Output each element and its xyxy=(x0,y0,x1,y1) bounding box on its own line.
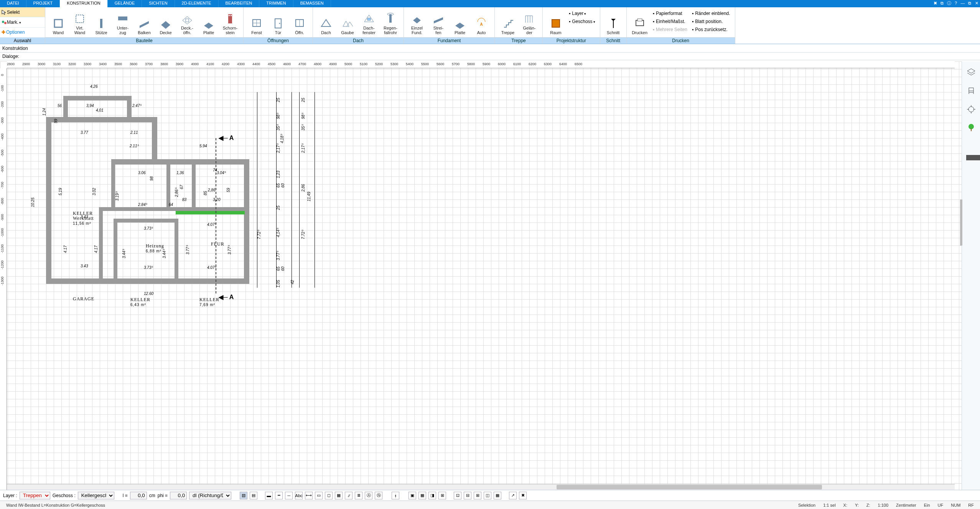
h-scrollbar[interactable] xyxy=(7,484,955,490)
zoom2-icon[interactable]: ⊟ xyxy=(464,492,471,499)
zoom1-icon[interactable]: ⊡ xyxy=(454,492,461,499)
ribbon-drucken-button[interactable]: Drucken xyxy=(629,9,651,35)
zoom3-icon[interactable]: ⊞ xyxy=(474,492,481,499)
chair-icon[interactable] xyxy=(965,85,977,97)
zoom4-icon[interactable]: ◫ xyxy=(484,492,491,499)
rect2-icon[interactable]: ◻ xyxy=(325,492,333,499)
a-icon[interactable]: Ⓐ xyxy=(365,492,372,499)
layers-icon[interactable] xyxy=(965,67,977,78)
ribbon-auto-button[interactable]: AAuto xyxy=(471,9,492,35)
ribbon-regenfallrohr-button[interactable]: Regen-fallrohr xyxy=(380,9,401,35)
lw-thick-icon[interactable]: ▬ xyxy=(265,492,273,499)
view3-icon[interactable]: ◨ xyxy=(428,492,436,499)
tab-projekt[interactable]: PROJEKT xyxy=(26,0,60,7)
cursor-icon[interactable]: ⍿ xyxy=(392,492,399,499)
optionen-button[interactable]: ✚ Optionen xyxy=(0,28,45,38)
tree-icon[interactable] xyxy=(965,122,977,133)
tab-bemassen[interactable]: BEMASSEN xyxy=(293,0,331,7)
parallel-icon[interactable]: ⫽ xyxy=(345,492,352,499)
tab-sichten[interactable]: SICHTEN xyxy=(142,0,175,7)
dimension: 2,17⁵ xyxy=(301,144,305,153)
restore-icon[interactable]: ⧉ xyxy=(966,0,973,7)
ruler-icon[interactable]: ▪Einheit/Maßst. xyxy=(653,18,687,25)
lw-med-icon[interactable]: ━ xyxy=(275,492,283,499)
snap-2-icon[interactable]: ▤ xyxy=(250,492,257,499)
ribbon-platte-button[interactable]: Platte xyxy=(198,9,219,35)
ribbon-fenst-button[interactable]: Fenst xyxy=(246,9,267,35)
selekt-button[interactable]: Selekt xyxy=(0,7,45,17)
v-scroll-indicator[interactable] xyxy=(960,199,962,245)
stack-icon[interactable]: ≣ xyxy=(355,492,362,499)
copy-icon[interactable]: ⧉ xyxy=(939,0,945,7)
ribbon-einzelfund-button[interactable]: EinzelFund. xyxy=(406,9,428,35)
layer-select[interactable]: Treppen xyxy=(20,492,50,499)
reset-icon[interactable]: ▪Pos zurücksetz. xyxy=(692,26,730,33)
rect-icon[interactable]: ▭ xyxy=(315,492,323,499)
close-view-icon[interactable]: ✖ xyxy=(519,492,527,499)
ribbon-raum-button[interactable]: Raum xyxy=(545,9,567,35)
mode-select[interactable]: dl (Richtung/Di xyxy=(189,492,231,499)
dim-icon[interactable]: ⟷ xyxy=(305,492,313,499)
ribbon-wand-button[interactable]: Wand xyxy=(48,9,69,35)
n-icon[interactable]: Ⓝ xyxy=(375,492,382,499)
view2-icon[interactable]: ▦ xyxy=(418,492,426,499)
tab-bearbeiten[interactable]: BEARBEITEN xyxy=(219,0,260,7)
hatch-icon[interactable]: ▦ xyxy=(335,492,343,499)
tab-konstruktion[interactable]: KONSTRUKTION xyxy=(60,0,107,7)
tab-gelaende[interactable]: GELÄNDE xyxy=(108,0,142,7)
help-icon[interactable]: ? xyxy=(952,0,959,7)
view-slider[interactable] xyxy=(966,155,980,160)
minimize-icon[interactable]: — xyxy=(959,0,966,7)
ribbon-deckffn-button[interactable]: Deck.-öffn. xyxy=(176,9,198,35)
tab-2d[interactable]: 2D-ELEMENTE xyxy=(175,0,219,7)
close-icon[interactable]: ✕ xyxy=(973,0,980,7)
ribbon-virtwand-button[interactable]: Virt.Wand xyxy=(69,9,91,35)
selected-wall[interactable] xyxy=(176,211,245,214)
text-icon[interactable]: Abc xyxy=(295,492,303,499)
dimension: 4.17 xyxy=(63,245,68,253)
layers-icon[interactable]: ▪Layer xyxy=(569,10,595,17)
ribbon-schnitt-button[interactable]: Schnitt xyxy=(603,9,624,35)
tools-icon[interactable]: ✖ xyxy=(932,0,939,7)
arrow-icon[interactable]: ➚ xyxy=(509,492,517,499)
ribbon-decke-button[interactable]: Decke xyxy=(155,9,176,35)
l-input[interactable] xyxy=(130,492,147,499)
ribbon-platte-button[interactable]: Platte xyxy=(449,9,471,35)
ribbon-sttze-button[interactable]: Stütze xyxy=(91,9,112,35)
dimension: 64 xyxy=(169,203,173,207)
mark-dropdown[interactable]: Mark. xyxy=(0,17,45,27)
lw-thin-icon[interactable]: ─ xyxy=(285,492,293,499)
target-icon[interactable] xyxy=(965,104,977,115)
grid-icon[interactable]: ▪Mehrere Seiten xyxy=(653,26,687,33)
sheetpos-icon[interactable]: ▪Blatt position. xyxy=(692,18,730,25)
ribbon-gaube-button[interactable]: Gaube xyxy=(337,9,358,35)
ribbon-caption: Deck.-öffn. xyxy=(181,26,193,35)
context-tab[interactable]: Konstruktion xyxy=(0,44,980,53)
view1-icon[interactable]: ▣ xyxy=(408,492,416,499)
ribbon-ffn-button[interactable]: Öffn. xyxy=(289,9,310,35)
snap-1-icon[interactable]: ▧ xyxy=(240,492,247,499)
group-schnitt: Schnitt Schnitt xyxy=(600,7,627,44)
ribbon-dach-button[interactable]: Dach xyxy=(315,9,337,35)
geschoss-select[interactable]: Kellergesch xyxy=(78,492,114,499)
margins-icon[interactable]: ▪Ränder einblend. xyxy=(692,10,730,17)
info-icon[interactable]: ⓘ xyxy=(945,0,952,7)
ribbon-dachfenster-button[interactable]: Dach-fenster xyxy=(358,9,380,35)
ribbon-gelnder-button[interactable]: Gelän-der xyxy=(519,9,540,35)
phi-input[interactable] xyxy=(170,492,187,499)
ribbon-tr-button[interactable]: Tür xyxy=(267,9,289,35)
ruler-horizontal[interactable]: 2800290030003100320033003400350036003700… xyxy=(7,61,955,68)
house-icon[interactable]: ▪Geschoss xyxy=(569,18,595,25)
ribbon-unterzug-button[interactable]: Unter-zug xyxy=(112,9,133,35)
ruler-vertical[interactable]: 0-100-200-300-400-500-600-700-800-900-10… xyxy=(0,68,7,490)
drawing-viewport[interactable]: 2800290030003100320033003400350036003700… xyxy=(0,61,962,490)
page-icon[interactable]: ▪Papierformat xyxy=(653,10,687,17)
grid-icon[interactable]: ▦ xyxy=(494,492,501,499)
tab-trimmen[interactable]: TRIMMEN xyxy=(259,0,293,7)
ribbon-schornstein-button[interactable]: Schorn-stein xyxy=(219,9,241,35)
ribbon-treppe-button[interactable]: Treppe xyxy=(497,9,519,35)
view4-icon[interactable]: ⊞ xyxy=(438,492,446,499)
ribbon-streifen-button[interactable]: Strei-fen xyxy=(428,9,449,35)
tab-datei[interactable]: DATEI xyxy=(0,0,26,7)
ribbon-balken-button[interactable]: Balken xyxy=(133,9,155,35)
